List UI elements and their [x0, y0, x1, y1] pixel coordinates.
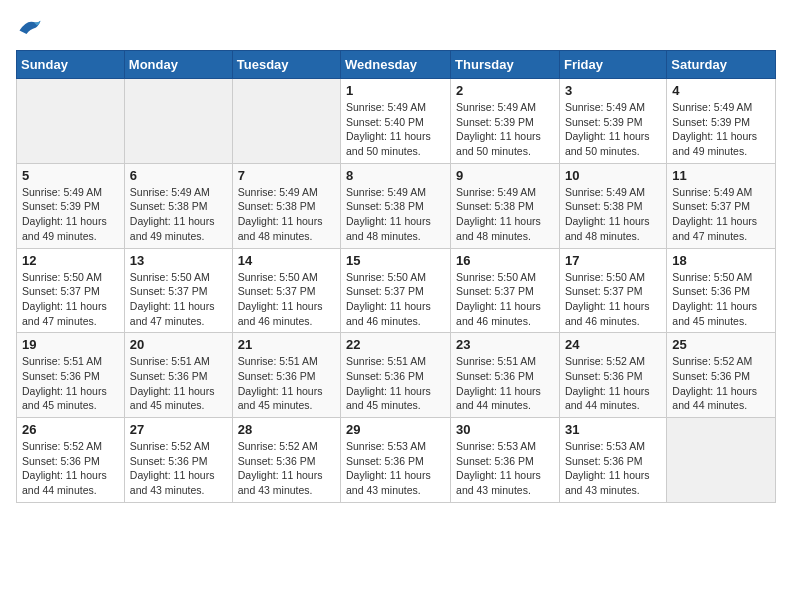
day-info: Sunrise: 5:49 AM Sunset: 5:38 PM Dayligh…: [238, 185, 335, 244]
calendar-cell: 14Sunrise: 5:50 AM Sunset: 5:37 PM Dayli…: [232, 248, 340, 333]
calendar-cell: 29Sunrise: 5:53 AM Sunset: 5:36 PM Dayli…: [341, 418, 451, 503]
calendar-cell: 24Sunrise: 5:52 AM Sunset: 5:36 PM Dayli…: [559, 333, 666, 418]
day-info: Sunrise: 5:53 AM Sunset: 5:36 PM Dayligh…: [346, 439, 445, 498]
day-number: 7: [238, 168, 335, 183]
logo-bird-icon: [16, 16, 44, 38]
calendar-cell: [17, 79, 125, 164]
calendar-cell: [667, 418, 776, 503]
day-info: Sunrise: 5:49 AM Sunset: 5:38 PM Dayligh…: [565, 185, 661, 244]
calendar-cell: 7Sunrise: 5:49 AM Sunset: 5:38 PM Daylig…: [232, 163, 340, 248]
day-number: 10: [565, 168, 661, 183]
day-info: Sunrise: 5:51 AM Sunset: 5:36 PM Dayligh…: [238, 354, 335, 413]
weekday-header-tuesday: Tuesday: [232, 51, 340, 79]
calendar-cell: 3Sunrise: 5:49 AM Sunset: 5:39 PM Daylig…: [559, 79, 666, 164]
calendar-cell: 27Sunrise: 5:52 AM Sunset: 5:36 PM Dayli…: [124, 418, 232, 503]
logo: [16, 16, 48, 38]
calendar-cell: [124, 79, 232, 164]
day-number: 12: [22, 253, 119, 268]
calendar-table: SundayMondayTuesdayWednesdayThursdayFrid…: [16, 50, 776, 503]
calendar-week-row: 26Sunrise: 5:52 AM Sunset: 5:36 PM Dayli…: [17, 418, 776, 503]
calendar-cell: 19Sunrise: 5:51 AM Sunset: 5:36 PM Dayli…: [17, 333, 125, 418]
calendar-cell: [232, 79, 340, 164]
day-info: Sunrise: 5:50 AM Sunset: 5:37 PM Dayligh…: [346, 270, 445, 329]
day-number: 26: [22, 422, 119, 437]
day-info: Sunrise: 5:51 AM Sunset: 5:36 PM Dayligh…: [456, 354, 554, 413]
day-number: 4: [672, 83, 770, 98]
day-number: 22: [346, 337, 445, 352]
calendar-cell: 9Sunrise: 5:49 AM Sunset: 5:38 PM Daylig…: [451, 163, 560, 248]
day-number: 19: [22, 337, 119, 352]
calendar-cell: 20Sunrise: 5:51 AM Sunset: 5:36 PM Dayli…: [124, 333, 232, 418]
day-number: 14: [238, 253, 335, 268]
day-info: Sunrise: 5:50 AM Sunset: 5:37 PM Dayligh…: [130, 270, 227, 329]
day-info: Sunrise: 5:49 AM Sunset: 5:38 PM Dayligh…: [456, 185, 554, 244]
day-info: Sunrise: 5:53 AM Sunset: 5:36 PM Dayligh…: [456, 439, 554, 498]
calendar-cell: 28Sunrise: 5:52 AM Sunset: 5:36 PM Dayli…: [232, 418, 340, 503]
day-info: Sunrise: 5:50 AM Sunset: 5:37 PM Dayligh…: [456, 270, 554, 329]
calendar-week-row: 5Sunrise: 5:49 AM Sunset: 5:39 PM Daylig…: [17, 163, 776, 248]
calendar-cell: 10Sunrise: 5:49 AM Sunset: 5:38 PM Dayli…: [559, 163, 666, 248]
day-number: 16: [456, 253, 554, 268]
calendar-cell: 22Sunrise: 5:51 AM Sunset: 5:36 PM Dayli…: [341, 333, 451, 418]
day-number: 18: [672, 253, 770, 268]
day-info: Sunrise: 5:52 AM Sunset: 5:36 PM Dayligh…: [130, 439, 227, 498]
calendar-cell: 30Sunrise: 5:53 AM Sunset: 5:36 PM Dayli…: [451, 418, 560, 503]
day-info: Sunrise: 5:52 AM Sunset: 5:36 PM Dayligh…: [238, 439, 335, 498]
day-info: Sunrise: 5:52 AM Sunset: 5:36 PM Dayligh…: [565, 354, 661, 413]
day-info: Sunrise: 5:51 AM Sunset: 5:36 PM Dayligh…: [130, 354, 227, 413]
day-number: 28: [238, 422, 335, 437]
calendar-cell: 8Sunrise: 5:49 AM Sunset: 5:38 PM Daylig…: [341, 163, 451, 248]
calendar-cell: 4Sunrise: 5:49 AM Sunset: 5:39 PM Daylig…: [667, 79, 776, 164]
day-info: Sunrise: 5:49 AM Sunset: 5:38 PM Dayligh…: [346, 185, 445, 244]
day-info: Sunrise: 5:49 AM Sunset: 5:39 PM Dayligh…: [565, 100, 661, 159]
weekday-header-row: SundayMondayTuesdayWednesdayThursdayFrid…: [17, 51, 776, 79]
day-info: Sunrise: 5:49 AM Sunset: 5:39 PM Dayligh…: [22, 185, 119, 244]
page-header: [16, 16, 776, 38]
calendar-cell: 26Sunrise: 5:52 AM Sunset: 5:36 PM Dayli…: [17, 418, 125, 503]
calendar-cell: 5Sunrise: 5:49 AM Sunset: 5:39 PM Daylig…: [17, 163, 125, 248]
calendar-cell: 25Sunrise: 5:52 AM Sunset: 5:36 PM Dayli…: [667, 333, 776, 418]
day-number: 6: [130, 168, 227, 183]
calendar-week-row: 1Sunrise: 5:49 AM Sunset: 5:40 PM Daylig…: [17, 79, 776, 164]
day-info: Sunrise: 5:49 AM Sunset: 5:39 PM Dayligh…: [456, 100, 554, 159]
day-info: Sunrise: 5:50 AM Sunset: 5:37 PM Dayligh…: [565, 270, 661, 329]
calendar-cell: 31Sunrise: 5:53 AM Sunset: 5:36 PM Dayli…: [559, 418, 666, 503]
weekday-header-friday: Friday: [559, 51, 666, 79]
day-number: 13: [130, 253, 227, 268]
calendar-cell: 18Sunrise: 5:50 AM Sunset: 5:36 PM Dayli…: [667, 248, 776, 333]
calendar-cell: 6Sunrise: 5:49 AM Sunset: 5:38 PM Daylig…: [124, 163, 232, 248]
day-number: 30: [456, 422, 554, 437]
day-info: Sunrise: 5:51 AM Sunset: 5:36 PM Dayligh…: [22, 354, 119, 413]
weekday-header-wednesday: Wednesday: [341, 51, 451, 79]
day-info: Sunrise: 5:49 AM Sunset: 5:38 PM Dayligh…: [130, 185, 227, 244]
calendar-cell: 2Sunrise: 5:49 AM Sunset: 5:39 PM Daylig…: [451, 79, 560, 164]
day-info: Sunrise: 5:49 AM Sunset: 5:40 PM Dayligh…: [346, 100, 445, 159]
day-number: 31: [565, 422, 661, 437]
calendar-cell: 1Sunrise: 5:49 AM Sunset: 5:40 PM Daylig…: [341, 79, 451, 164]
day-number: 1: [346, 83, 445, 98]
day-number: 5: [22, 168, 119, 183]
day-number: 29: [346, 422, 445, 437]
day-info: Sunrise: 5:52 AM Sunset: 5:36 PM Dayligh…: [22, 439, 119, 498]
calendar-cell: 17Sunrise: 5:50 AM Sunset: 5:37 PM Dayli…: [559, 248, 666, 333]
day-number: 9: [456, 168, 554, 183]
calendar-cell: 15Sunrise: 5:50 AM Sunset: 5:37 PM Dayli…: [341, 248, 451, 333]
day-info: Sunrise: 5:50 AM Sunset: 5:37 PM Dayligh…: [238, 270, 335, 329]
calendar-cell: 13Sunrise: 5:50 AM Sunset: 5:37 PM Dayli…: [124, 248, 232, 333]
weekday-header-monday: Monday: [124, 51, 232, 79]
day-info: Sunrise: 5:49 AM Sunset: 5:37 PM Dayligh…: [672, 185, 770, 244]
day-number: 25: [672, 337, 770, 352]
day-info: Sunrise: 5:50 AM Sunset: 5:36 PM Dayligh…: [672, 270, 770, 329]
weekday-header-sunday: Sunday: [17, 51, 125, 79]
day-info: Sunrise: 5:50 AM Sunset: 5:37 PM Dayligh…: [22, 270, 119, 329]
calendar-week-row: 19Sunrise: 5:51 AM Sunset: 5:36 PM Dayli…: [17, 333, 776, 418]
day-number: 15: [346, 253, 445, 268]
calendar-cell: 21Sunrise: 5:51 AM Sunset: 5:36 PM Dayli…: [232, 333, 340, 418]
day-number: 3: [565, 83, 661, 98]
day-info: Sunrise: 5:51 AM Sunset: 5:36 PM Dayligh…: [346, 354, 445, 413]
day-number: 21: [238, 337, 335, 352]
day-number: 27: [130, 422, 227, 437]
calendar-cell: 16Sunrise: 5:50 AM Sunset: 5:37 PM Dayli…: [451, 248, 560, 333]
day-number: 24: [565, 337, 661, 352]
weekday-header-thursday: Thursday: [451, 51, 560, 79]
